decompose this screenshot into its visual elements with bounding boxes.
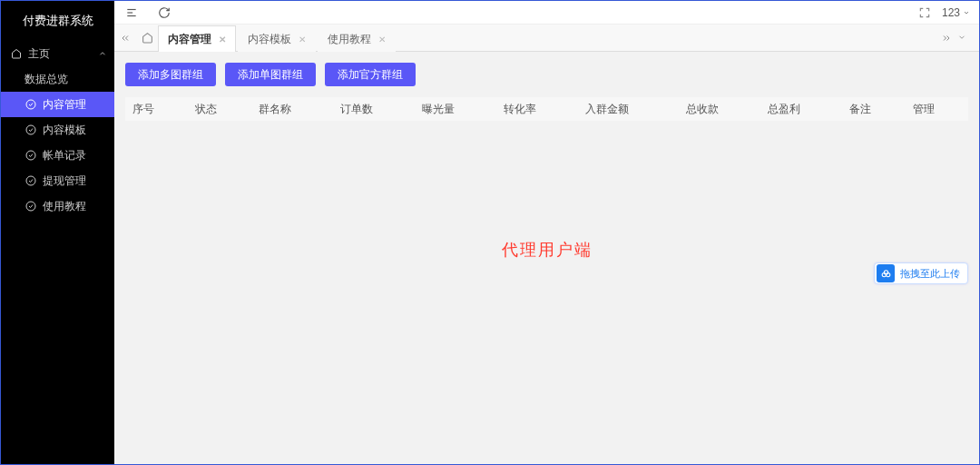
sidebar-item-label: 提现管理 bbox=[43, 173, 86, 189]
table-header: 订单数 bbox=[333, 97, 415, 121]
table-header: 总盈利 bbox=[760, 97, 842, 121]
upload-tip-label: 拖拽至此上传 bbox=[900, 267, 960, 281]
tabs-menu-button[interactable] bbox=[957, 33, 974, 44]
add-multi-image-group-button[interactable]: 添加多图群组 bbox=[125, 63, 216, 86]
sidebar-home-label: 主页 bbox=[28, 46, 50, 62]
table-header: 序号 bbox=[125, 97, 188, 121]
collapse-sidebar-button[interactable] bbox=[123, 5, 140, 21]
table-header: 总收款 bbox=[679, 97, 760, 121]
sidebar-item-label: 使用教程 bbox=[43, 199, 86, 214]
svg-point-0 bbox=[26, 100, 35, 109]
table-header: 入群金额 bbox=[578, 97, 679, 121]
table-header: 曝光量 bbox=[415, 97, 496, 121]
tabbar: 内容管理 ✕ 内容模板 ✕ 使用教程 ✕ bbox=[114, 25, 979, 52]
check-circle-icon bbox=[24, 175, 37, 186]
tab-tutorial[interactable]: 使用教程 ✕ bbox=[318, 25, 396, 52]
chevron-down-icon bbox=[963, 9, 970, 16]
content-area: 添加多图群组 添加单图群组 添加官方群组 序号 状态 群名称 订单数 曝光量 转… bbox=[114, 52, 979, 464]
sidebar-item-label: 帐单记录 bbox=[43, 148, 86, 163]
watermark-text: 代理用户端 bbox=[125, 239, 968, 261]
tab-content-template[interactable]: 内容模板 ✕ bbox=[238, 25, 316, 52]
sidebar-item-label: 内容模板 bbox=[43, 123, 86, 138]
sidebar-item-overview[interactable]: 数据总览 bbox=[1, 66, 114, 92]
sidebar-item-label: 数据总览 bbox=[24, 72, 68, 87]
fullscreen-button[interactable] bbox=[916, 5, 933, 21]
check-circle-icon bbox=[24, 150, 37, 161]
tab-label: 内容模板 bbox=[248, 32, 291, 47]
svg-point-1 bbox=[26, 125, 35, 134]
check-circle-icon bbox=[24, 124, 37, 135]
app-title: 付费进群系统 bbox=[1, 1, 114, 41]
sidebar-item-content-manage[interactable]: 内容管理 bbox=[1, 92, 114, 117]
tabs-prev-button[interactable] bbox=[120, 33, 136, 44]
sidebar-item-withdraw[interactable]: 提现管理 bbox=[1, 168, 114, 193]
action-buttons: 添加多图群组 添加单图群组 添加官方群组 bbox=[125, 63, 968, 86]
table-header: 转化率 bbox=[496, 97, 578, 121]
user-dropdown[interactable]: 123 bbox=[942, 6, 970, 19]
table-header: 管理 bbox=[906, 97, 968, 121]
tab-label: 使用教程 bbox=[328, 32, 371, 47]
close-icon[interactable]: ✕ bbox=[299, 35, 306, 45]
table-header: 备注 bbox=[842, 97, 905, 121]
chevron-up-icon bbox=[98, 49, 107, 58]
data-table: 序号 状态 群名称 订单数 曝光量 转化率 入群金额 总收款 总盈利 备注 管理 bbox=[125, 97, 968, 121]
add-single-image-group-button[interactable]: 添加单图群组 bbox=[225, 63, 316, 86]
topbar: 123 bbox=[114, 1, 979, 25]
sidebar-item-content-template[interactable]: 内容模板 bbox=[1, 117, 114, 143]
close-icon[interactable]: ✕ bbox=[378, 35, 386, 45]
cloud-upload-icon bbox=[877, 264, 895, 282]
tab-label: 内容管理 bbox=[168, 32, 211, 47]
sidebar-home[interactable]: 主页 bbox=[1, 41, 114, 66]
main: 123 内容管理 ✕ 内容模板 ✕ 使用教程 ✕ bbox=[114, 1, 979, 464]
table-header: 群名称 bbox=[251, 97, 333, 121]
home-icon bbox=[10, 48, 23, 59]
check-circle-icon bbox=[24, 99, 37, 110]
check-circle-icon bbox=[24, 201, 37, 212]
refresh-button[interactable] bbox=[156, 5, 172, 21]
tab-content-manage[interactable]: 内容管理 ✕ bbox=[158, 25, 236, 52]
sidebar-item-tutorial[interactable]: 使用教程 bbox=[1, 193, 114, 219]
user-label: 123 bbox=[942, 6, 960, 19]
table-header: 状态 bbox=[188, 97, 250, 121]
tabs-next-button[interactable] bbox=[941, 33, 957, 44]
upload-dropzone[interactable]: 拖拽至此上传 bbox=[874, 262, 968, 284]
sidebar-item-billing[interactable]: 帐单记录 bbox=[1, 143, 114, 168]
svg-point-4 bbox=[26, 202, 35, 211]
svg-point-3 bbox=[26, 176, 35, 185]
sidebar-item-label: 内容管理 bbox=[43, 97, 86, 113]
svg-point-2 bbox=[26, 151, 35, 160]
close-icon[interactable]: ✕ bbox=[219, 35, 226, 45]
sidebar: 付费进群系统 主页 数据总览 内容管理 内容模板 bbox=[1, 1, 114, 464]
tab-home-button[interactable] bbox=[136, 32, 158, 44]
add-official-group-button[interactable]: 添加官方群组 bbox=[325, 63, 416, 86]
